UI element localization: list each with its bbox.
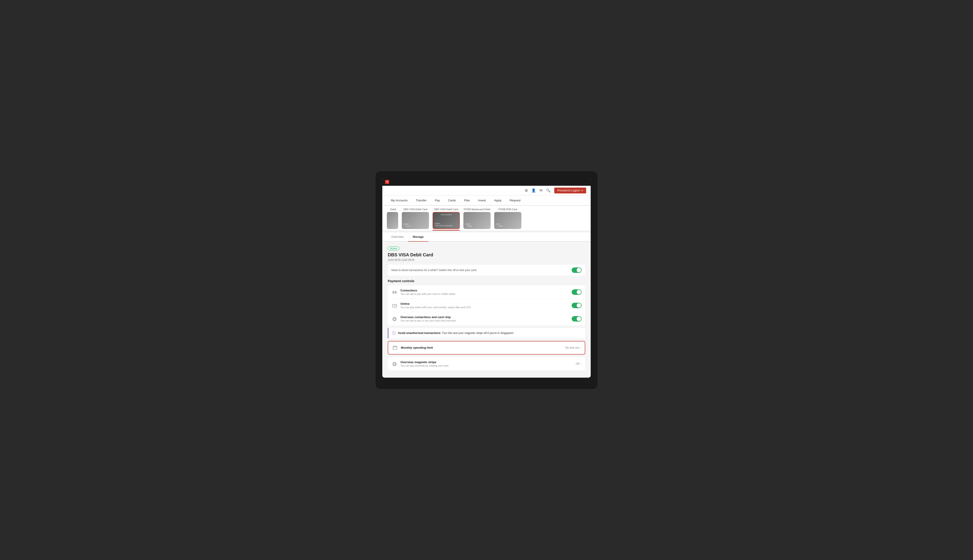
overseas-status: Off — [576, 362, 579, 365]
overseas-chip-desc: You can tap to pay or use your card chip… — [400, 319, 569, 322]
card-type-2: DEBIT — [435, 223, 458, 225]
menu-item-invest[interactable]: Invest — [474, 195, 490, 206]
menu-item-plan[interactable]: Plan — [460, 195, 474, 206]
card-title: DBS VISA Debit Card — [388, 252, 585, 257]
card-dbs-visa-1-label: DBS VISA Debit Card — [403, 208, 427, 211]
overseas-right: Off › — [576, 362, 582, 365]
proceed-logout-button[interactable]: Proceed to Logout ↪ — [554, 188, 586, 193]
menu-item-pay[interactable]: Pay — [431, 195, 444, 206]
contactless-desc: You can tap to pay with your card or mob… — [400, 293, 569, 295]
menu-item-transfer[interactable]: Transfer — [412, 195, 431, 206]
svg-rect-6 — [393, 347, 397, 350]
overseas-chip-icon — [391, 316, 398, 322]
monitor-frame: ✕ ⊞ 👤 ✉ 🔍 Proceed to Logout ↪ My Account… — [376, 171, 597, 389]
online-icon — [391, 303, 398, 309]
online-toggle-track[interactable] — [572, 303, 582, 308]
card-detail-header: Active DBS VISA Debit Card 1234 5678 123… — [388, 246, 585, 262]
card-partial-wrapper: · Debit — [387, 208, 398, 229]
online-toggle[interactable] — [572, 303, 582, 308]
card-dbs-visa-1[interactable]: DEBIT ···· 7074 — [402, 212, 429, 229]
card-posb-mastercard[interactable]: DEBIT ···· 9280 — [463, 212, 491, 229]
mail-icon[interactable]: ✉ — [540, 188, 542, 193]
lock-toggle[interactable] — [572, 267, 582, 273]
online-desc: You can pay online with your card number… — [400, 306, 569, 308]
browser-window: ✕ ⊞ 👤 ✉ 🔍 Proceed to Logout ↪ My Account… — [382, 178, 591, 378]
card-num-1: ···· 7074 — [404, 225, 427, 227]
card-type-3: DEBIT — [465, 223, 489, 225]
card-carousel: · Debit DBS VISA Debit Card DEBIT ···· 7… — [387, 208, 586, 230]
card-dbs-visa-2[interactable]: DEBIT 1234 5678 1234 5678 — [433, 212, 460, 229]
close-button[interactable]: ✕ — [385, 180, 389, 184]
menu-item-cards[interactable]: Cards — [444, 195, 460, 206]
main-menu: My Accounts Transfer Pay Cards Plan Inve… — [382, 195, 591, 206]
svg-point-0 — [394, 292, 395, 293]
monthly-limit-row[interactable]: Monthly spending limit No limit set › — [388, 341, 585, 355]
overseas-magnetic-icon — [391, 361, 398, 367]
contactless-toggle[interactable] — [572, 289, 582, 295]
overseas-chip-text: Overseas contactless and card chip You c… — [400, 315, 569, 322]
overseas-magnetic-row[interactable]: Overseas magnetic stripe You can pay ove… — [388, 357, 585, 370]
network-icon[interactable]: ⊞ — [525, 188, 528, 193]
card-posb-mastercard-label: POSB Mastercard Debit — [464, 208, 490, 211]
menu-item-request[interactable]: Request — [505, 195, 525, 206]
contactless-name: Contactless — [400, 289, 569, 292]
card-posb-atm-wrapper: POSB ATM Card ATM ···· 3781 — [494, 208, 522, 229]
overseas-magnetic-name: Overseas magnetic stripe — [400, 360, 449, 364]
online-name: Online — [400, 302, 569, 305]
menu-item-apply[interactable]: Apply — [490, 195, 505, 206]
overseas-magnetic-text: Overseas magnetic stripe You can pay ove… — [400, 360, 449, 367]
svg-rect-7 — [393, 347, 397, 348]
online-text: Online You can pay online with your card… — [400, 302, 569, 308]
limit-left: Monthly spending limit — [392, 345, 433, 351]
card-number-display: 1234 5678 1234 5678 — [388, 258, 585, 262]
svg-point-2 — [393, 305, 394, 306]
card-partial-label: · Debit — [389, 208, 396, 211]
tab-overview[interactable]: Overview — [387, 232, 408, 242]
card-partial[interactable] — [387, 212, 398, 229]
status-badge: Active — [388, 247, 400, 250]
warning-icon: ⓘ — [392, 331, 396, 335]
card-num-4: ···· 3781 — [496, 225, 520, 227]
card-num-3: ···· 9280 — [465, 225, 489, 227]
menu-item-my-accounts[interactable]: My Accounts — [387, 195, 412, 206]
overseas-chip-left: Overseas contactless and card chip You c… — [391, 315, 569, 322]
tabs-area: Overview Manage — [382, 232, 591, 242]
overseas-chip-toggle[interactable] — [572, 316, 582, 322]
warning-text: Avoid unauthorised transactions: Turn th… — [398, 332, 514, 335]
payment-controls-title: Payment controls — [388, 279, 585, 283]
contactless-icon — [391, 289, 398, 295]
lock-row: Need to block transactions for a while? … — [388, 265, 585, 276]
lock-toggle-track[interactable] — [572, 267, 582, 273]
main-content: Active DBS VISA Debit Card 1234 5678 123… — [382, 242, 591, 378]
logout-icon: ↪ — [581, 189, 583, 192]
overseas-left: Overseas magnetic stripe You can pay ove… — [391, 360, 449, 367]
warning-row: ⓘ Avoid unauthorised transactions: Turn … — [388, 328, 585, 338]
card-num-2: 1234 5678 1234 5678 — [435, 225, 458, 227]
overseas-chip-row: Overseas contactless and card chip You c… — [388, 312, 585, 325]
contactless-text: Contactless You can tap to pay with your… — [400, 289, 569, 295]
contactless-left: Contactless You can tap to pay with your… — [391, 289, 569, 295]
search-icon[interactable]: 🔍 — [546, 188, 551, 193]
limit-icon — [392, 345, 398, 351]
card-atm-type: ATM — [496, 223, 520, 225]
svg-rect-3 — [394, 305, 396, 306]
user-icon[interactable]: 👤 — [532, 188, 536, 193]
card-selected-indicator — [433, 230, 460, 230]
card-dbs-visa-2-label: DBS VISA Debit Card — [434, 208, 458, 211]
payment-controls-section: Contactless You can tap to pay with your… — [388, 285, 585, 325]
contactless-toggle-track[interactable] — [572, 289, 582, 295]
online-left: Online You can pay online with your card… — [391, 302, 569, 309]
tab-manage[interactable]: Manage — [408, 232, 428, 242]
card-dbs-visa-1-wrapper: DBS VISA Debit Card DEBIT ···· 7074 — [402, 208, 429, 229]
overseas-chevron-icon: › — [581, 362, 582, 365]
warning-bold: Avoid unauthorised transactions: — [398, 332, 441, 335]
overseas-magnetic-desc: You can pay overseas by swiping your car… — [400, 364, 449, 367]
card-carousel-area: · Debit DBS VISA Debit Card DEBIT ···· 7… — [382, 206, 591, 230]
card-posb-atm-label: POSB ATM Card — [498, 208, 517, 211]
overseas-chip-toggle-track[interactable] — [572, 316, 582, 322]
limit-right: No limit set › — [565, 346, 581, 349]
contactless-row: Contactless You can tap to pay with your… — [388, 285, 585, 299]
overseas-chip-name: Overseas contactless and card chip — [400, 315, 569, 319]
lock-text: Need to block transactions for a while? … — [391, 268, 477, 272]
card-posb-atm[interactable]: ATM ···· 3781 — [494, 212, 522, 229]
